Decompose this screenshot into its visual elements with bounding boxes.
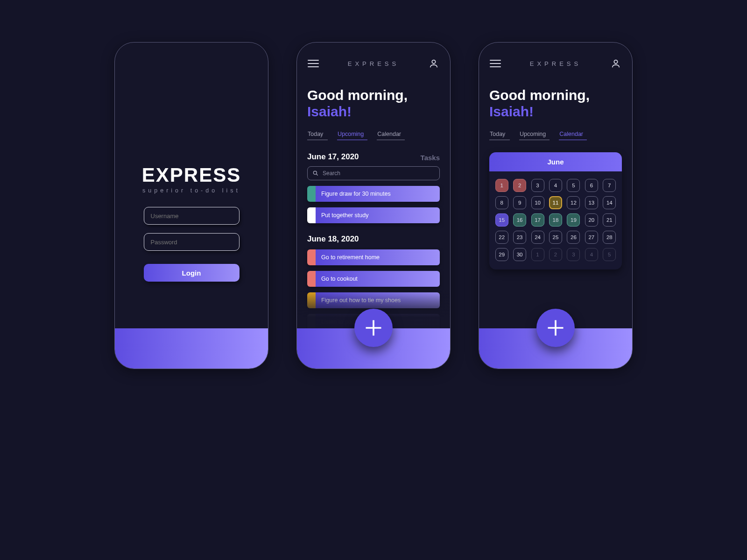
user-icon[interactable] — [428, 57, 440, 70]
task-item[interactable]: Go to cookout — [307, 271, 440, 287]
calendar-day[interactable]: 7 — [603, 179, 616, 192]
calendar-day[interactable]: 6 — [585, 179, 598, 192]
greeting: Good morning, Isaiah! — [307, 87, 440, 120]
username-field[interactable] — [144, 207, 240, 225]
greeting-line2: Isaiah! — [489, 104, 622, 120]
calendar-card: June 12345678910111213141516171819202122… — [489, 152, 622, 269]
task-color-chip — [307, 314, 316, 330]
calendar-day[interactable]: 9 — [513, 196, 526, 209]
calendar-day[interactable]: 29 — [495, 248, 508, 261]
calendar-day[interactable]: 2 — [549, 248, 562, 261]
menu-icon[interactable] — [489, 57, 501, 70]
tab-calendar[interactable]: Calendar — [377, 131, 405, 140]
plus-icon — [363, 318, 384, 338]
task-item[interactable]: Put together study — [307, 207, 440, 223]
date-header-2: June 18, 2020 — [307, 234, 440, 244]
calendar-day[interactable]: 30 — [513, 248, 526, 261]
calendar-day[interactable]: 16 — [513, 213, 526, 227]
svg-point-0 — [432, 60, 435, 64]
task-label: Go to cookout — [316, 271, 440, 287]
task-color-chip — [307, 271, 316, 287]
greeting-line1: Good morning, — [489, 87, 622, 104]
calendar-month: June — [489, 152, 622, 171]
calendar-day[interactable]: 10 — [531, 196, 544, 209]
task-item[interactable]: Go to retirement home — [307, 249, 440, 265]
task-color-chip — [307, 292, 316, 308]
calendar-day[interactable]: 12 — [567, 196, 580, 209]
tab-today[interactable]: Today — [489, 131, 510, 140]
calendar-day[interactable]: 11 — [549, 196, 562, 209]
tab-upcoming[interactable]: Upcoming — [337, 131, 367, 140]
calendar-day[interactable]: 5 — [603, 248, 616, 261]
add-task-button[interactable] — [536, 309, 575, 347]
calendar-day[interactable]: 4 — [549, 179, 562, 192]
top-bar: EXPRESS — [307, 56, 440, 71]
task-item[interactable]: Figure draw for 30 minutes — [307, 186, 440, 202]
date-header-1: June 17, 2020 Tasks — [307, 152, 440, 162]
tabs: Today Upcoming Calendar — [307, 131, 440, 140]
calendar-day[interactable]: 26 — [567, 231, 580, 244]
calendar-day[interactable]: 21 — [603, 213, 616, 227]
svg-point-5 — [614, 60, 617, 64]
tab-calendar[interactable]: Calendar — [559, 131, 587, 140]
calendar-grid: 1234567891011121314151617181920212223242… — [489, 171, 622, 269]
task-label: Figure out how to tie my shoes — [316, 292, 440, 308]
tab-upcoming[interactable]: Upcoming — [519, 131, 550, 140]
calendar-day[interactable]: 3 — [531, 179, 544, 192]
calendar-day[interactable]: 24 — [531, 231, 544, 244]
tabs: Today Upcoming Calendar — [489, 131, 622, 140]
calendar-day[interactable]: 27 — [585, 231, 598, 244]
calendar-day[interactable]: 8 — [495, 196, 508, 209]
search-placeholder: Search — [323, 170, 340, 177]
calendar-day[interactable]: 28 — [603, 231, 616, 244]
upcoming-screen: EXPRESS Good morning, Isaiah! Today Upco… — [296, 42, 451, 369]
calendar-day[interactable]: 19 — [567, 213, 580, 227]
date-2: June 18, 2020 — [307, 234, 359, 244]
calendar-day[interactable]: 5 — [567, 179, 580, 192]
brand-header: EXPRESS — [348, 60, 399, 67]
calendar-day[interactable]: 25 — [549, 231, 562, 244]
greeting-line1: Good morning, — [307, 87, 440, 104]
calendar-day[interactable]: 4 — [585, 248, 598, 261]
brand-header: EXPRESS — [530, 60, 581, 67]
calendar-day[interactable]: 15 — [495, 213, 508, 227]
calendar-day[interactable]: 1 — [495, 179, 508, 192]
tasks-label: Tasks — [421, 154, 440, 162]
calendar-day[interactable]: 2 — [513, 179, 526, 192]
calendar-day[interactable]: 23 — [513, 231, 526, 244]
calendar-day[interactable]: 14 — [603, 196, 616, 209]
brand-tagline: superior to-do list — [142, 187, 240, 194]
date-1: June 17, 2020 — [307, 152, 359, 162]
calendar-day[interactable]: 22 — [495, 231, 508, 244]
task-label: Go to retirement home — [316, 249, 440, 265]
greeting-line2: Isaiah! — [307, 104, 440, 120]
calendar-day[interactable]: 17 — [531, 213, 544, 227]
task-color-chip — [307, 186, 316, 202]
plus-icon — [545, 318, 566, 338]
login-button[interactable]: Login — [144, 264, 240, 282]
password-field[interactable] — [144, 233, 240, 251]
svg-line-2 — [317, 174, 318, 176]
menu-icon[interactable] — [307, 57, 319, 70]
task-color-chip — [307, 249, 316, 265]
task-color-chip — [307, 207, 316, 223]
add-task-button[interactable] — [354, 309, 393, 347]
svg-point-1 — [313, 171, 317, 174]
brand-logo: EXPRESS — [142, 164, 241, 186]
calendar-screen: EXPRESS Good morning, Isaiah! Today Upco… — [479, 42, 633, 369]
bottom-bar — [115, 328, 268, 369]
task-item[interactable]: Figure out how to tie my shoes — [307, 292, 440, 308]
search-icon — [312, 170, 319, 177]
task-label: Put together study — [316, 207, 440, 223]
search-input[interactable]: Search — [307, 166, 440, 180]
greeting: Good morning, Isaiah! — [489, 87, 622, 120]
calendar-day[interactable]: 13 — [585, 196, 598, 209]
calendar-day[interactable]: 1 — [531, 248, 544, 261]
calendar-day[interactable]: 18 — [549, 213, 562, 227]
login-screen: EXPRESS superior to-do list Login — [114, 42, 268, 369]
user-icon[interactable] — [610, 57, 622, 70]
calendar-day[interactable]: 20 — [585, 213, 598, 227]
task-label: Figure draw for 30 minutes — [316, 186, 440, 202]
calendar-day[interactable]: 3 — [567, 248, 580, 261]
tab-today[interactable]: Today — [307, 131, 328, 140]
